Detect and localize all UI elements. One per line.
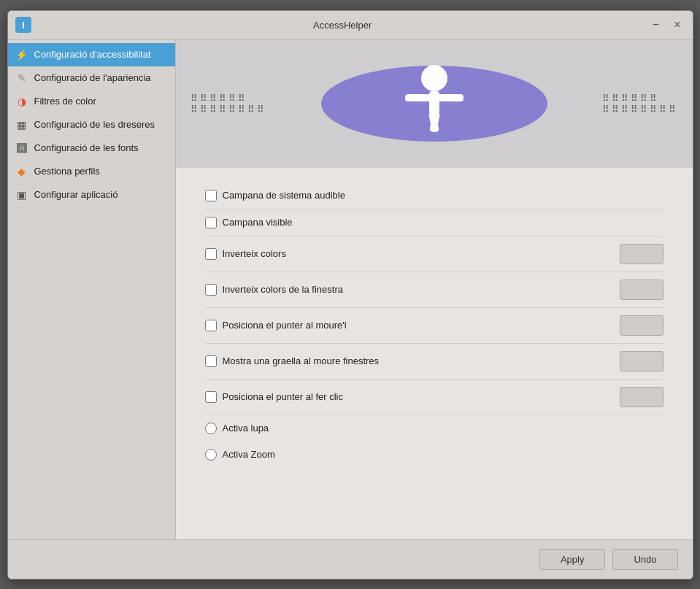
label-invert-colors: Inverteix colors bbox=[223, 248, 286, 259]
main-window: i AccessHelper − × ⚡Configuració d'acces… bbox=[7, 10, 693, 580]
checkbox-visible-bell[interactable] bbox=[205, 217, 217, 228]
shortcuts-config-label: Configuració de les dreseres bbox=[34, 119, 155, 130]
label-cursor-on-click: Posiciona el punter al fer clic bbox=[223, 391, 343, 402]
checkbox-wrap-cursor-on-move: Posiciona el punter al moure'l bbox=[205, 320, 620, 331]
svg-rect-6 bbox=[434, 94, 464, 101]
setting-button-grid-on-move[interactable] bbox=[620, 351, 664, 372]
setting-row-cursor-on-move: Posiciona el punter al moure'l bbox=[205, 308, 664, 344]
manage-profiles-icon: ◆ bbox=[15, 165, 28, 178]
configure-app-icon: ▣ bbox=[15, 188, 28, 201]
footer: Apply Undo bbox=[8, 539, 693, 579]
checkbox-grid-on-move[interactable] bbox=[205, 355, 217, 367]
checkbox-wrap-grid-on-move: Mostra una graella al moure finestres bbox=[205, 355, 620, 367]
shortcuts-config-icon: ▦ bbox=[15, 118, 28, 131]
fonts-config-icon: 🅰 bbox=[15, 142, 28, 155]
label-invert-window-colors: Inverteix colors de la finestra bbox=[223, 284, 343, 295]
label-grid-on-move: Mostra una graella al moure finestres bbox=[223, 355, 380, 366]
app-icon: i bbox=[15, 17, 31, 33]
checkbox-invert-colors[interactable] bbox=[205, 248, 217, 260]
configure-app-label: Configurar aplicació bbox=[34, 189, 118, 200]
appearance-config-label: Configuració de l'apariencia bbox=[34, 72, 151, 83]
accessibility-config-icon: ⚡ bbox=[15, 48, 28, 61]
setting-button-invert-window-colors[interactable] bbox=[620, 280, 664, 300]
content-area: ⚡Configuració d'accessibilitat✎Configura… bbox=[8, 40, 693, 539]
label-visible-bell: Campana visible bbox=[223, 217, 293, 228]
main-panel: ⠿⠿⠿⠿⠿⠿⠿⠿⠿⠿⠿⠿⠿⠿ ⠿⠿⠿⠿⠿⠿⠿⠿ bbox=[176, 40, 693, 539]
minimize-button[interactable]: − bbox=[648, 18, 664, 32]
accessibility-config-label: Configuració d'accessibilitat bbox=[34, 49, 151, 60]
hero-logo bbox=[310, 56, 558, 151]
setting-row-cursor-on-click: Posiciona el punter al fer clic bbox=[205, 380, 664, 415]
color-filters-icon: ◑ bbox=[15, 95, 28, 108]
label-cursor-on-move: Posiciona el punter al moure'l bbox=[223, 320, 347, 331]
sidebar-item-accessibility-config[interactable]: ⚡Configuració d'accessibilitat bbox=[8, 43, 175, 66]
setting-button-cursor-on-click[interactable] bbox=[620, 387, 664, 407]
checkbox-wrap-invert-colors: Inverteix colors bbox=[205, 248, 620, 260]
svg-point-3 bbox=[421, 65, 447, 91]
hero-banner: ⠿⠿⠿⠿⠿⠿⠿⠿⠿⠿⠿⠿⠿⠿ ⠿⠿⠿⠿⠿⠿⠿⠿ bbox=[176, 40, 693, 168]
radio-row-activate-zoom: Activa Zoom bbox=[205, 442, 664, 468]
svg-text:i: i bbox=[22, 20, 25, 31]
checkbox-wrap-visible-bell: Campana visible bbox=[205, 217, 664, 228]
checkbox-invert-window-colors[interactable] bbox=[205, 284, 217, 296]
radio-activate-zoom[interactable] bbox=[205, 449, 217, 461]
undo-button[interactable]: Undo bbox=[612, 549, 677, 570]
checkbox-cursor-on-click[interactable] bbox=[205, 391, 217, 403]
checkbox-wrap-audible-bell: Campana de sistema audible bbox=[205, 190, 664, 201]
sidebar: ⚡Configuració d'accessibilitat✎Configura… bbox=[8, 40, 176, 539]
apply-button[interactable]: Apply bbox=[539, 549, 606, 570]
sidebar-item-fonts-config[interactable]: 🅰Configuració de les fonts bbox=[8, 136, 175, 160]
checkbox-audible-bell[interactable] bbox=[205, 190, 217, 201]
appearance-config-icon: ✎ bbox=[15, 72, 28, 85]
radio-row-activate-magnifier: Activa lupa bbox=[205, 415, 664, 442]
label-activate-magnifier: Activa lupa bbox=[223, 423, 269, 434]
setting-button-invert-colors[interactable] bbox=[620, 244, 664, 264]
sidebar-item-color-filters[interactable]: ◑Filtres de color bbox=[8, 90, 175, 113]
color-filters-label: Filtres de color bbox=[34, 96, 96, 107]
manage-profiles-label: Gestiona perfils bbox=[34, 166, 100, 177]
setting-row-invert-window-colors: Inverteix colors de la finestra bbox=[205, 272, 664, 308]
label-activate-zoom: Activa Zoom bbox=[223, 449, 275, 460]
close-button[interactable]: × bbox=[669, 18, 685, 32]
window-title: AccessHelper bbox=[37, 20, 648, 31]
checkbox-wrap-invert-window-colors: Inverteix colors de la finestra bbox=[205, 284, 620, 296]
braille-right: ⠿⠿⠿⠿⠿⠿⠿⠿⠿⠿⠿⠿⠿⠿ bbox=[602, 93, 678, 115]
setting-row-grid-on-move: Mostra una graella al moure finestres bbox=[205, 344, 664, 380]
sidebar-item-manage-profiles[interactable]: ◆Gestiona perfils bbox=[8, 160, 175, 183]
settings-area: Campana de sistema audibleCampana visibl… bbox=[176, 168, 693, 539]
setting-row-invert-colors: Inverteix colors bbox=[205, 236, 664, 272]
checkbox-cursor-on-move[interactable] bbox=[205, 320, 217, 331]
braille-left: ⠿⠿⠿⠿⠿⠿⠿⠿⠿⠿⠿⠿⠿⠿ bbox=[191, 93, 266, 115]
radio-activate-magnifier[interactable] bbox=[205, 423, 217, 434]
setting-row-visible-bell: Campana visible bbox=[205, 209, 664, 236]
window-controls: − × bbox=[648, 18, 685, 32]
label-audible-bell: Campana de sistema audible bbox=[223, 190, 345, 201]
sidebar-item-shortcuts-config[interactable]: ▦Configuració de les dreseres bbox=[8, 113, 175, 136]
fonts-config-label: Configuració de les fonts bbox=[34, 142, 139, 153]
setting-row-audible-bell: Campana de sistema audible bbox=[205, 182, 664, 209]
sidebar-item-configure-app[interactable]: ▣Configurar aplicació bbox=[8, 183, 175, 207]
setting-button-cursor-on-move[interactable] bbox=[620, 315, 664, 336]
svg-rect-5 bbox=[405, 94, 434, 101]
checkbox-wrap-cursor-on-click: Posiciona el punter al fer clic bbox=[205, 391, 620, 403]
sidebar-item-appearance-config[interactable]: ✎Configuració de l'apariencia bbox=[8, 66, 175, 90]
titlebar: i AccessHelper − × bbox=[8, 11, 693, 40]
